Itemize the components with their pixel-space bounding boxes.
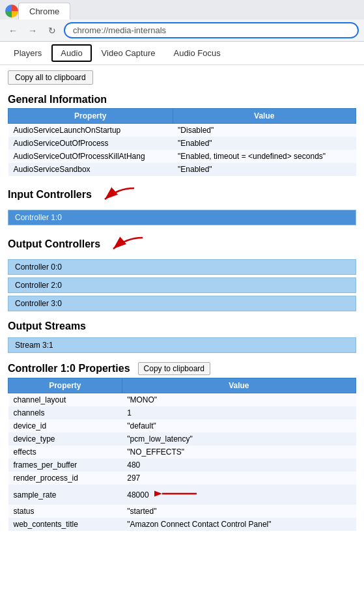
prop-property: device_type xyxy=(8,432,122,445)
tab-bar: Chrome xyxy=(0,0,364,20)
browser-chrome: Chrome ← → ↻ chrome://media-internals xyxy=(0,0,364,42)
prop-value: "started" xyxy=(122,505,356,518)
general-info-property: AudioServiceOutOfProcess xyxy=(8,137,173,150)
reload-button[interactable]: ↻ xyxy=(44,23,60,38)
prop-value: "MONO" xyxy=(122,393,356,407)
table-row: status"started" xyxy=(8,505,356,518)
general-info-value: "Enabled" xyxy=(173,137,356,150)
table-row: render_process_id297 xyxy=(8,472,356,485)
table-row: device_type"pcm_low_latency" xyxy=(8,432,356,445)
controller-properties-heading: Controller 1:0 Properties xyxy=(8,363,130,374)
input-controllers-heading: Input Controllers xyxy=(8,189,92,201)
address-text: chrome://media-internals xyxy=(73,25,166,35)
controller-properties-table: Property Value channel_layout"MONO"chann… xyxy=(8,378,356,531)
page-content: Players Audio Video Capture Audio Focus … xyxy=(0,42,364,531)
prop-value: 480 xyxy=(122,459,356,472)
general-info-value: "Enabled" xyxy=(173,163,356,176)
forward-icon: → xyxy=(28,25,37,36)
prop-value: "pcm_low_latency" xyxy=(122,432,356,445)
input-controllers-arrow-icon xyxy=(98,185,137,205)
input-controller-item[interactable]: Controller 1:0 xyxy=(8,210,356,225)
general-info-property: AudioServiceLaunchOnStartup xyxy=(8,124,173,137)
sample-rate-arrow-icon xyxy=(154,487,200,503)
output-controller-item-3[interactable]: Controller 3:0 xyxy=(8,296,356,311)
prop-value: "NO_EFFECTS" xyxy=(122,445,356,459)
general-table-header-value: Value xyxy=(173,109,356,124)
browser-tab-label: Chrome xyxy=(29,7,59,16)
table-row: channel_layout"MONO" xyxy=(8,393,356,407)
table-row: web_contents_title"Amazon Connect Contac… xyxy=(8,518,356,531)
tab-video-capture[interactable]: Video Capture xyxy=(93,45,164,61)
general-info-property: AudioServiceSandbox xyxy=(8,163,173,176)
output-controller-item-0[interactable]: Controller 0:0 xyxy=(8,259,356,275)
prop-value: 1 xyxy=(122,406,356,419)
output-controllers-section: Output Controllers xyxy=(0,231,364,257)
browser-nav: ← → ↻ chrome://media-internals xyxy=(0,20,364,41)
prop-property: effects xyxy=(8,445,122,459)
output-streams-list: Stream 3:1 xyxy=(8,337,356,353)
table-row: sample_rate48000 xyxy=(8,485,356,505)
output-controllers-arrow-icon xyxy=(107,234,146,254)
copy-to-clipboard-button[interactable]: Copy to clipboard xyxy=(138,362,210,375)
prop-value: 48000 xyxy=(122,485,356,505)
stream-item[interactable]: Stream 3:1 xyxy=(8,337,356,353)
general-info-value: "Enabled, timeout = <undefined> seconds" xyxy=(173,150,356,163)
general-information-heading: General Information xyxy=(0,90,364,108)
props-table-header-value: Value xyxy=(122,378,356,393)
prop-property: sample_rate xyxy=(8,485,122,505)
chrome-logo-icon xyxy=(5,5,18,18)
prop-value: 297 xyxy=(122,472,356,485)
prop-property: channels xyxy=(8,406,122,419)
prop-property: render_process_id xyxy=(8,472,122,485)
prop-property: frames_per_buffer xyxy=(8,459,122,472)
table-row: effects"NO_EFFECTS" xyxy=(8,445,356,459)
reload-icon: ↻ xyxy=(48,25,56,36)
table-row: device_id"default" xyxy=(8,419,356,432)
output-controller-item-2[interactable]: Controller 2:0 xyxy=(8,277,356,293)
table-row: frames_per_buffer480 xyxy=(8,459,356,472)
copy-all-button[interactable]: Copy all to clipboard xyxy=(8,70,93,85)
input-controllers-list: Controller 1:0 xyxy=(8,210,356,225)
general-information-table: Property Value AudioServiceLaunchOnStart… xyxy=(8,108,356,176)
input-controllers-section: Input Controllers xyxy=(0,181,364,207)
address-bar[interactable]: chrome://media-internals xyxy=(64,22,359,38)
page-tab-nav: Players Audio Video Capture Audio Focus xyxy=(0,42,364,65)
tab-audio[interactable]: Audio xyxy=(51,44,91,62)
props-table-header-property: Property xyxy=(8,378,122,393)
tab-audio-focus[interactable]: Audio Focus xyxy=(165,45,229,61)
prop-property: device_id xyxy=(8,419,122,432)
general-info-value: "Disabled" xyxy=(173,124,356,137)
general-info-property: AudioServiceOutOfProcessKillAtHang xyxy=(8,150,173,163)
back-button[interactable]: ← xyxy=(5,23,21,38)
prop-property: web_contents_title xyxy=(8,518,122,531)
prop-value: "Amazon Connect Contact Control Panel" xyxy=(122,518,356,531)
prop-property: channel_layout xyxy=(8,393,122,407)
table-row: channels1 xyxy=(8,406,356,419)
prop-value: "default" xyxy=(122,419,356,432)
controller-properties-header: Controller 1:0 Properties Copy to clipbo… xyxy=(0,358,364,378)
prop-property: status xyxy=(8,505,122,518)
output-controllers-list: Controller 0:0 Controller 2:0 Controller… xyxy=(8,259,356,311)
general-table-header-property: Property xyxy=(8,109,173,124)
tab-players[interactable]: Players xyxy=(5,45,50,61)
output-streams-heading: Output Streams xyxy=(0,317,364,335)
forward-button[interactable]: → xyxy=(25,23,40,38)
output-controllers-heading: Output Controllers xyxy=(8,238,100,250)
back-icon: ← xyxy=(8,25,18,36)
browser-tab[interactable]: Chrome xyxy=(18,3,70,20)
